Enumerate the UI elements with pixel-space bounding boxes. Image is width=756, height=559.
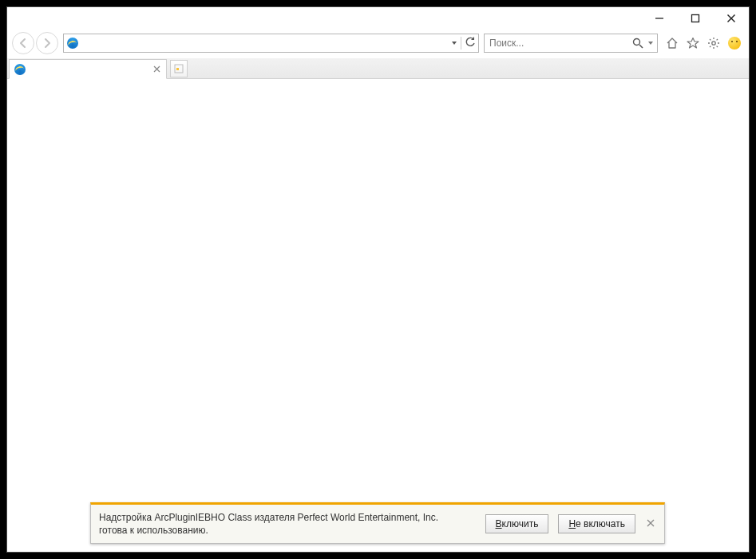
address-bar[interactable]	[63, 34, 479, 53]
search-input[interactable]	[485, 34, 628, 52]
page-content: Надстройка ArcPluginIEBHO Class издателя…	[7, 79, 749, 552]
search-icon[interactable]	[628, 38, 647, 49]
titlebar	[7, 7, 749, 31]
back-button[interactable]	[12, 32, 34, 54]
addressbar-tools	[451, 37, 478, 50]
svg-rect-10	[176, 68, 179, 70]
svg-point-4	[634, 39, 640, 46]
notification-message: Надстройка ArcPluginIEBHO Class издателя…	[99, 511, 476, 537]
close-window-button[interactable]	[713, 7, 749, 30]
svg-rect-1	[691, 15, 699, 22]
ie-window: Надстройка ArcPluginIEBHO Class издателя…	[6, 6, 750, 553]
notification-close-icon[interactable]	[645, 518, 656, 529]
maximize-button[interactable]	[677, 7, 713, 30]
toolbar-right-icons	[664, 35, 744, 51]
minimize-button[interactable]	[641, 7, 677, 30]
disable-button[interactable]: Не включать	[558, 514, 635, 533]
forward-button[interactable]	[36, 32, 58, 54]
smiley-icon[interactable]	[726, 35, 742, 51]
dropdown-icon[interactable]	[451, 38, 457, 49]
separator	[461, 37, 461, 50]
browser-tab[interactable]	[9, 59, 167, 79]
tab-close-icon[interactable]	[152, 64, 161, 75]
svg-line-5	[639, 45, 643, 48]
home-icon[interactable]	[664, 35, 680, 51]
navigation-toolbar	[7, 31, 749, 58]
gear-icon[interactable]	[706, 35, 722, 51]
svg-point-6	[712, 42, 715, 45]
new-tab-button[interactable]	[170, 60, 188, 77]
address-input[interactable]	[81, 34, 451, 52]
addressbar-favicon	[64, 38, 81, 49]
tab-strip	[7, 58, 749, 79]
search-dropdown-icon[interactable]	[647, 38, 657, 49]
notification-bar: Надстройка ArcPluginIEBHO Class издателя…	[90, 502, 665, 544]
enable-button[interactable]: Включить	[485, 514, 549, 533]
tab-favicon	[14, 64, 26, 75]
favorites-icon[interactable]	[685, 35, 701, 51]
refresh-icon[interactable]	[465, 37, 476, 50]
search-box[interactable]	[484, 34, 658, 53]
